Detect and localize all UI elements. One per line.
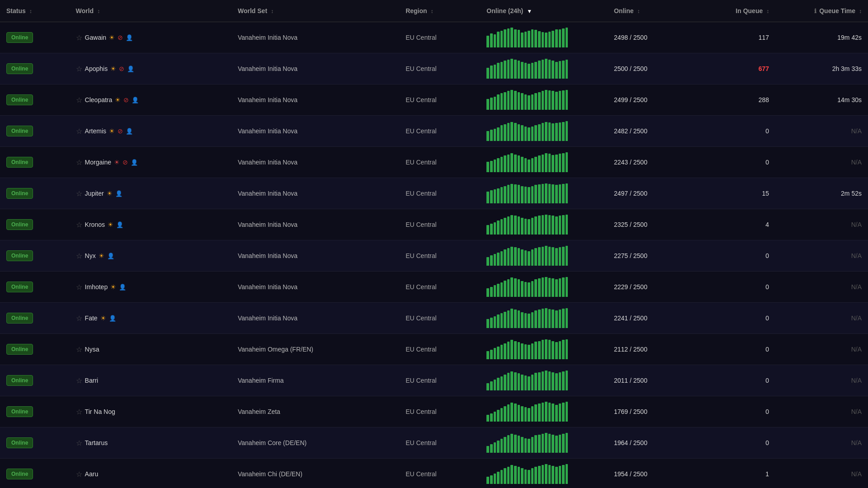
- favorite-star-icon[interactable]: ☆: [76, 65, 82, 73]
- bar: [559, 61, 561, 79]
- table-row[interactable]: Online ☆ Cleopatra ☀⊘👤 Vanaheim Initia N…: [0, 84, 868, 116]
- table-row[interactable]: Online ☆ Gawain ☀⊘👤 Vanaheim Initia Nova…: [0, 22, 868, 53]
- table-row[interactable]: Online ☆ Artemis ☀⊘👤 Vanaheim Initia Nov…: [0, 116, 868, 147]
- table-row[interactable]: Online ☆ Jupiter ☀👤 Vanaheim Initia Nova…: [0, 178, 868, 209]
- sun-icon: ☀: [99, 252, 104, 259]
- col-header-queuetime[interactable]: ℹ Queue Time ↕: [775, 0, 868, 22]
- favorite-star-icon[interactable]: ☆: [76, 345, 82, 354]
- bar: [531, 468, 534, 484]
- table-row[interactable]: Online ☆ Tartarus Vanaheim Core (DE/EN) …: [0, 427, 868, 459]
- bar: [528, 187, 530, 203]
- col-header-world[interactable]: World ↕: [70, 0, 231, 22]
- bar: [486, 225, 489, 235]
- table-row[interactable]: Online ☆ Morgaine ☀⊘👤 Vanaheim Initia No…: [0, 147, 868, 178]
- bar: [555, 405, 558, 422]
- bar: [497, 284, 500, 297]
- bar: [507, 91, 510, 110]
- bar: [497, 63, 500, 79]
- favorite-star-icon[interactable]: ☆: [76, 408, 82, 416]
- table-row[interactable]: Online ☆ Imhotep ☀👤 Vanaheim Initia Nova…: [0, 272, 868, 303]
- favorite-star-icon[interactable]: ☆: [76, 33, 82, 42]
- bar: [566, 371, 568, 390]
- bar: [510, 247, 513, 266]
- bar: [531, 281, 534, 297]
- favorite-star-icon[interactable]: ☆: [76, 127, 82, 136]
- table-row[interactable]: Online ☆ Barri Vanaheim Firma EU Central…: [0, 365, 868, 396]
- bar: [528, 251, 530, 266]
- bar: [548, 340, 551, 359]
- online-cell: 2498 / 2500: [608, 22, 700, 53]
- table-row[interactable]: Online ☆ Apophis ☀⊘👤 Vanaheim Initia Nov…: [0, 53, 868, 84]
- bar: [518, 124, 520, 141]
- bar: [510, 465, 513, 484]
- bar: [514, 123, 517, 141]
- favorite-star-icon[interactable]: ☆: [76, 252, 82, 260]
- bar: [524, 94, 527, 110]
- col-header-status[interactable]: Status ↕: [0, 0, 70, 22]
- status-cell: Online: [0, 303, 70, 334]
- bar: [566, 28, 568, 47]
- favorite-star-icon[interactable]: ☆: [76, 96, 82, 104]
- world-name: Artemis: [85, 127, 106, 135]
- col-header-inqueue[interactable]: In Queue ↕: [700, 0, 775, 22]
- person-green-icon: 👤: [115, 190, 123, 197]
- status-badge: Online: [6, 313, 33, 324]
- status-cell: Online: [0, 427, 70, 459]
- inqueue-cell: 117: [700, 22, 775, 53]
- table-row[interactable]: Online ☆ Aaru Vanaheim Chi (DE/EN) EU Ce…: [0, 459, 868, 488]
- status-cell: Online: [0, 116, 70, 147]
- online24-cell: [480, 116, 608, 147]
- bar: [552, 404, 554, 422]
- bar: [534, 404, 537, 422]
- bar: [514, 247, 517, 266]
- world-cell: ☆ Tartarus: [70, 427, 231, 459]
- worldset-cell: Vanaheim Chi (DE/EN): [231, 459, 399, 488]
- favorite-star-icon[interactable]: ☆: [76, 470, 82, 479]
- bar: [559, 310, 561, 328]
- bar: [528, 64, 530, 79]
- bar: [486, 192, 489, 203]
- table-row[interactable]: Online ☆ Nysa Vanaheim Omega (FR/EN) EU …: [0, 334, 868, 365]
- favorite-star-icon[interactable]: ☆: [76, 158, 82, 167]
- bar: [542, 403, 544, 422]
- worldset-cell: Vanaheim Zeta: [231, 396, 399, 427]
- col-header-online24[interactable]: Online (24h) ▼: [480, 0, 608, 22]
- table-row[interactable]: Online ☆ Fate ☀👤 Vanaheim Initia Nova EU…: [0, 303, 868, 334]
- worldset-cell: Vanaheim Initia Nova: [231, 147, 399, 178]
- queuetime-cell: N/A: [775, 459, 868, 488]
- favorite-star-icon[interactable]: ☆: [76, 283, 82, 291]
- region-cell: EU Central: [399, 272, 480, 303]
- online24-cell: [480, 427, 608, 459]
- favorite-star-icon[interactable]: ☆: [76, 221, 82, 229]
- queuetime-cell: N/A: [775, 427, 868, 459]
- favorite-star-icon[interactable]: ☆: [76, 189, 82, 198]
- col-header-worldset[interactable]: World Set ↕: [231, 0, 399, 22]
- col-header-region[interactable]: Region ↕: [399, 0, 480, 22]
- bar: [528, 127, 530, 141]
- bar: [566, 90, 568, 110]
- bar: [542, 277, 544, 297]
- table-row[interactable]: Online ☆ Tir Na Nog Vanaheim Zeta EU Cen…: [0, 396, 868, 427]
- bar: [562, 153, 565, 172]
- online24-cell: [480, 396, 608, 427]
- bar: [555, 467, 558, 484]
- favorite-star-icon[interactable]: ☆: [76, 314, 82, 323]
- favorite-star-icon[interactable]: ☆: [76, 376, 82, 385]
- favorite-star-icon[interactable]: ☆: [76, 439, 82, 447]
- sort-icon-worldset: ↕: [271, 8, 274, 14]
- col-header-online[interactable]: Online ↕: [608, 0, 700, 22]
- bar: [510, 434, 513, 453]
- bar: [518, 310, 520, 328]
- bar: [504, 249, 506, 266]
- bar: [521, 312, 524, 328]
- bar: [524, 63, 527, 79]
- col-label-online24: Online (24h): [486, 7, 523, 14]
- bar: [490, 318, 493, 328]
- bar: [507, 373, 510, 390]
- status-badge: Online: [6, 437, 33, 448]
- table-row[interactable]: Online ☆ Kronos ☀👤 Vanaheim Initia Nova …: [0, 209, 868, 240]
- bar: [494, 129, 496, 141]
- bar: [497, 347, 500, 359]
- bar: [486, 477, 489, 484]
- table-row[interactable]: Online ☆ Nyx ☀👤 Vanaheim Initia Nova EU …: [0, 240, 868, 272]
